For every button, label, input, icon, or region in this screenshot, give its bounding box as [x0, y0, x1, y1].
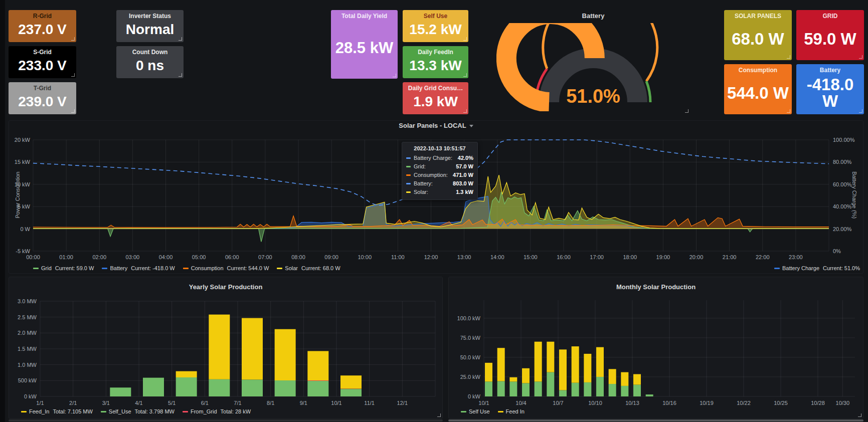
yearly-chart-legend: Feed_In Total: 7.105 MW Self_Use Total: … [21, 408, 251, 414]
stat-title: Consumption [739, 67, 777, 74]
y-axis-tick: 25.0 kW [460, 374, 481, 380]
stat-value: 544.0 W [727, 74, 789, 112]
x-axis-tick: 23:00 [789, 254, 803, 260]
x-axis-tick: 06:00 [225, 254, 239, 260]
x-axis-tick: 10/4 [515, 400, 526, 406]
x-axis-tick: 3/1 [102, 400, 110, 406]
x-axis-tick: 2/1 [69, 400, 77, 406]
legend-item-self-use[interactable]: Self_Use Total: 3.798 MW [101, 408, 175, 414]
legend-label: Solar [285, 265, 298, 271]
tooltip-label: Battery: [414, 179, 453, 188]
bar-feed_in [340, 375, 362, 388]
stat-value: 15.2 kW [409, 20, 461, 40]
bar-self-use [584, 382, 591, 396]
legend-label: Battery [110, 265, 127, 271]
resize-handle-icon[interactable] [858, 413, 861, 417]
y-axis-tick: 1.0 MW [18, 362, 37, 368]
y-axis-tick: 50.0 kW [460, 354, 481, 360]
bar-feed-in [485, 363, 492, 381]
resize-handle-icon[interactable] [393, 74, 396, 77]
y-axis-tick: 100.0 kW [457, 315, 481, 321]
bar-self_use [307, 381, 328, 396]
legend-item-consumption[interactable]: Consumption Current: 544.0 W [183, 265, 269, 271]
series-swatch [406, 157, 411, 159]
bar-feed-in [609, 369, 616, 384]
y-axis-tick-right: 20.00% [833, 226, 852, 232]
y-axis-tick-right: 60.00% [833, 181, 852, 187]
stat-r-grid: R-Grid 237.0 V [9, 10, 76, 42]
legend-item-solar[interactable]: Solar Current: 68.0 W [277, 265, 340, 271]
resize-handle-icon[interactable] [787, 55, 790, 59]
legend-label: Self Use [469, 408, 490, 414]
bar-self-use [547, 372, 554, 396]
scrollbar-left[interactable] [9, 419, 443, 421]
bar-self-use [633, 385, 641, 396]
resize-handle-icon[interactable] [859, 55, 862, 59]
bar-self-use [609, 384, 616, 396]
resize-handle-icon[interactable] [463, 37, 467, 41]
y-axis-tick-left: 20 kW [15, 137, 31, 143]
resize-handle-icon[interactable] [71, 73, 75, 77]
legend-item-feed-in[interactable]: Feed_In Total: 7.105 MW [21, 408, 93, 414]
scrollbar-right[interactable] [448, 419, 863, 421]
x-axis-tick: 10/16 [662, 400, 676, 406]
legend-value: Current: 59.0 W [55, 265, 94, 271]
y-axis-tick: 0 kW [24, 393, 37, 399]
bar-feed-in [522, 368, 530, 383]
y-axis-tick-right: 100.00% [833, 137, 855, 143]
bar-self-use [572, 383, 579, 396]
tooltip-label: Consumption: [414, 171, 453, 179]
stat-consumption: Consumption 544.0 W [724, 64, 792, 114]
y-axis-tick: 75.0 kW [460, 335, 481, 341]
stat-count-down: Count Down 0 ns [116, 46, 184, 78]
yearly-chart-title[interactable]: Yearly Solar Production [9, 283, 442, 291]
x-axis-tick: 10/1 [478, 400, 489, 406]
stat-value: 237.0 V [18, 20, 67, 40]
x-axis-tick: 10/13 [625, 400, 639, 406]
resize-handle-icon[interactable] [179, 73, 182, 77]
bar-self-use [497, 381, 505, 396]
main-chart-title-text[interactable]: Solar Panels - LOCAL [399, 122, 466, 129]
legend-label: Grid [41, 265, 52, 271]
resize-handle-icon[interactable] [71, 109, 75, 113]
x-axis-tick: 02:00 [92, 254, 106, 260]
legend-item-from-grid[interactable]: From_Grid Total: 28 kW [183, 408, 251, 414]
x-axis-tick: 13:00 [457, 254, 471, 260]
bar-self-use [485, 381, 492, 396]
bar-feed-in [621, 372, 628, 386]
resize-handle-icon[interactable] [463, 73, 467, 77]
resize-handle-icon[interactable] [179, 37, 182, 41]
x-axis-tick: 10/22 [737, 400, 751, 406]
stat-title: Inverter Status [129, 13, 171, 20]
resize-handle-icon[interactable] [437, 413, 441, 417]
gauge-title[interactable]: Battery [496, 12, 690, 20]
resize-handle-icon[interactable] [71, 37, 75, 41]
series-swatch [774, 268, 780, 269]
chevron-down-icon[interactable] [469, 125, 473, 127]
stat-inverter-status: Inverter Status Normal [116, 10, 184, 42]
bar-self-use [522, 383, 530, 396]
bar-self-use [621, 386, 628, 396]
legend-item-self-use[interactable]: Self Use [461, 408, 490, 414]
resize-handle-icon[interactable] [787, 109, 790, 113]
x-axis-tick: 21:00 [723, 254, 737, 260]
legend-item-battery[interactable]: Battery Current: -418.0 W [102, 265, 175, 271]
stat-value: Normal [126, 20, 174, 40]
y-axis-tick-right: 80.00% [833, 159, 852, 165]
stat-daily-grid-consumption: Daily Grid Consu… 1.9 kW [403, 82, 468, 114]
legend-item-grid[interactable]: Grid Current: 59.0 W [33, 265, 94, 271]
monthly-chart-title[interactable]: Monthly Solar Production [449, 283, 863, 291]
resize-handle-icon[interactable] [463, 109, 467, 113]
bar-feed-in [535, 342, 542, 382]
resize-handle-icon[interactable] [685, 109, 688, 113]
bar-feed-in [572, 346, 579, 383]
bar-feed_in [176, 371, 197, 377]
legend-item-feed-in[interactable]: Feed In [498, 408, 525, 414]
tooltip-row: Grid: 57.0 W [406, 162, 473, 171]
main-chart-title[interactable]: Solar Panels - LOCAL [9, 122, 863, 129]
legend-item-battery-charge[interactable]: Battery Charge Current: 51.0% [774, 265, 860, 271]
legend-label: Battery Charge [782, 265, 819, 271]
resize-handle-icon[interactable] [859, 109, 862, 113]
stat-t-grid: T-Grid 239.0 V [9, 82, 76, 114]
x-axis-tick: 07:00 [258, 254, 272, 260]
